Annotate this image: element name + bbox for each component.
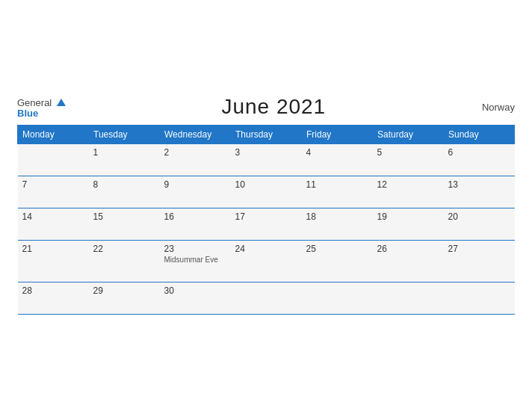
- calendar-week-row: 212223Midsummar Eve24252627: [18, 241, 515, 282]
- calendar-cell: 29: [89, 282, 160, 315]
- calendar-cell: 4: [302, 144, 373, 176]
- day-number: 8: [93, 179, 155, 190]
- calendar-cell: 21: [18, 241, 89, 282]
- calendar-cell: [231, 282, 302, 315]
- day-number: 22: [93, 244, 155, 254]
- logo-general: General: [17, 96, 66, 108]
- day-number: 7: [22, 179, 84, 190]
- calendar-cell: 24: [231, 241, 302, 282]
- day-number: 4: [306, 147, 368, 158]
- day-number: 18: [306, 211, 368, 222]
- day-number: 15: [93, 211, 155, 222]
- calendar-cell: 30: [160, 282, 231, 315]
- calendar-title: June 2021: [221, 95, 326, 119]
- calendar-week-row: 78910111213: [18, 176, 515, 208]
- day-number: 2: [164, 147, 226, 158]
- logo: General Blue: [17, 96, 66, 118]
- day-number: 16: [164, 211, 226, 222]
- calendar-cell: 16: [160, 208, 231, 241]
- day-number: 11: [306, 179, 368, 190]
- calendar-cell: 2: [160, 144, 231, 176]
- calendar-cell: [444, 282, 515, 315]
- logo-triangle-icon: [57, 99, 66, 106]
- day-number: 17: [235, 211, 297, 222]
- day-number: 6: [448, 147, 510, 158]
- weekday-header: Thursday: [231, 126, 302, 144]
- day-number: 12: [377, 179, 439, 190]
- day-number: 24: [235, 244, 297, 254]
- day-number: 20: [448, 211, 510, 222]
- logo-general-text: General: [17, 97, 52, 108]
- calendar-cell: [373, 282, 444, 315]
- calendar-week-row: 282930: [18, 282, 515, 315]
- weekday-header: Friday: [302, 126, 373, 144]
- weekday-header: Sunday: [444, 126, 515, 144]
- calendar-cell: 27: [444, 241, 515, 282]
- calendar-cell: 25: [302, 241, 373, 282]
- calendar-container: General Blue June 2021 Norway MondayTues…: [8, 87, 524, 324]
- calendar-cell: 9: [160, 176, 231, 208]
- calendar-cell: 12: [373, 176, 444, 208]
- calendar-cell: 22: [89, 241, 160, 282]
- day-number: 9: [164, 179, 226, 190]
- calendar-cell: 19: [373, 208, 444, 241]
- calendar-week-row: 14151617181920: [18, 208, 515, 241]
- calendar-cell: 5: [373, 144, 444, 176]
- calendar-header: General Blue June 2021 Norway: [17, 95, 515, 119]
- day-number: 21: [22, 244, 84, 254]
- calendar-cell: 14: [18, 208, 89, 241]
- day-number: 29: [93, 285, 155, 296]
- calendar-cell: 1: [89, 144, 160, 176]
- day-number: 25: [306, 244, 368, 254]
- calendar-cell: 11: [302, 176, 373, 208]
- day-number: 23: [164, 244, 226, 254]
- calendar-header-row: MondayTuesdayWednesdayThursdayFridaySatu…: [18, 126, 515, 144]
- calendar-cell: 18: [302, 208, 373, 241]
- day-number: 10: [235, 179, 297, 190]
- holiday-label: Midsummar Eve: [164, 256, 226, 264]
- calendar-cell: 26: [373, 241, 444, 282]
- calendar-cell: 28: [18, 282, 89, 315]
- day-number: 28: [22, 285, 84, 296]
- calendar-week-row: 123456: [18, 144, 515, 176]
- calendar-cell: [18, 144, 89, 176]
- calendar-cell: 20: [444, 208, 515, 241]
- calendar-cell: 6: [444, 144, 515, 176]
- day-number: 13: [448, 179, 510, 190]
- calendar-cell: 23Midsummar Eve: [160, 241, 231, 282]
- logo-blue-text: Blue: [17, 108, 66, 118]
- day-number: 19: [377, 211, 439, 222]
- calendar-cell: 17: [231, 208, 302, 241]
- day-number: 5: [377, 147, 439, 158]
- day-number: 27: [448, 244, 510, 254]
- day-number: 3: [235, 147, 297, 158]
- day-number: 1: [93, 147, 155, 158]
- weekday-header: Tuesday: [89, 126, 160, 144]
- day-number: 30: [164, 285, 226, 296]
- day-number: 26: [377, 244, 439, 254]
- calendar-cell: [302, 282, 373, 315]
- weekday-header: Wednesday: [160, 126, 231, 144]
- calendar-cell: 3: [231, 144, 302, 176]
- weekday-header: Saturday: [373, 126, 444, 144]
- country-label: Norway: [482, 102, 515, 113]
- calendar-grid: MondayTuesdayWednesdayThursdayFridaySatu…: [17, 125, 515, 315]
- calendar-cell: 8: [89, 176, 160, 208]
- calendar-cell: 7: [18, 176, 89, 208]
- day-number: 14: [22, 211, 84, 222]
- calendar-cell: 15: [89, 208, 160, 241]
- weekday-header: Monday: [18, 126, 89, 144]
- calendar-cell: 13: [444, 176, 515, 208]
- calendar-cell: 10: [231, 176, 302, 208]
